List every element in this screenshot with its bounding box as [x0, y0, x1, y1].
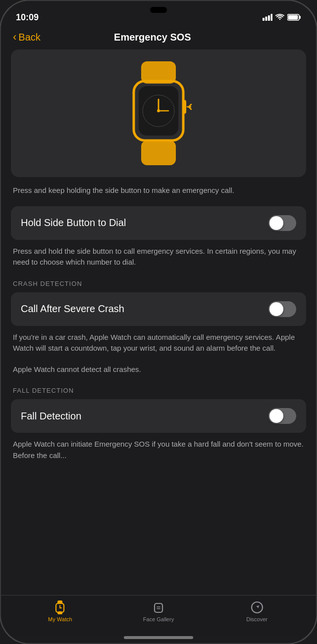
home-indicator	[124, 636, 193, 639]
phone-frame: 10:09	[0, 0, 317, 644]
discover-tab-label: Discover	[246, 616, 267, 622]
svg-rect-3	[271, 14, 273, 21]
battery-icon	[287, 14, 301, 21]
crash-detection-knob	[269, 302, 283, 316]
hold-side-button-label: Hold Side Button to Dial	[21, 217, 126, 229]
fall-detection-row: Fall Detection	[11, 399, 306, 433]
crash-detection-description2: Apple Watch cannot detect all crashes.	[11, 364, 306, 375]
dynamic-island	[150, 7, 167, 13]
nav-title: Emergency SOS	[114, 32, 191, 43]
watch-description: Press and keep holding the side button t…	[11, 185, 306, 196]
svg-rect-14	[141, 140, 176, 165]
phone-screen: 10:09	[1, 1, 316, 643]
tab-bar: My Watch Face Gallery	[1, 595, 316, 636]
hold-side-button-toggle[interactable]	[268, 215, 296, 231]
signal-icon	[263, 14, 272, 21]
watch-illustration-card	[11, 49, 306, 177]
crash-detection-toggle[interactable]	[268, 301, 296, 317]
status-time: 10:09	[16, 12, 39, 23]
back-chevron-icon: ‹	[13, 31, 16, 44]
hold-side-button-description: Press and hold the side button to call e…	[11, 246, 306, 268]
crash-detection-row: Call After Severe Crash	[11, 292, 306, 326]
crash-detection-description1: If you're in a car crash, Apple Watch ca…	[11, 332, 306, 354]
watch-diagram	[114, 61, 203, 165]
back-button[interactable]: ‹ Back	[13, 31, 41, 44]
fall-detection-toggle[interactable]	[268, 408, 296, 424]
discover-icon	[250, 600, 264, 614]
svg-rect-1	[265, 17, 267, 21]
crash-detection-label: Call After Severe Crash	[21, 303, 124, 315]
crash-detection-header: CRASH DETECTION	[13, 280, 304, 287]
svg-rect-19	[57, 611, 62, 614]
svg-rect-2	[268, 15, 270, 21]
tab-face-gallery[interactable]: Face Gallery	[139, 600, 178, 622]
svg-rect-0	[263, 18, 264, 21]
svg-marker-26	[256, 604, 260, 608]
svg-rect-5	[300, 16, 301, 19]
face-gallery-tab-label: Face Gallery	[143, 616, 174, 622]
hold-side-button-knob	[269, 216, 283, 230]
nav-bar: ‹ Back Emergency SOS	[1, 27, 316, 49]
tab-discover[interactable]: Discover	[237, 600, 277, 622]
fall-detection-knob	[269, 409, 283, 423]
fall-detection-label: Fall Detection	[21, 411, 81, 422]
svg-rect-6	[288, 15, 298, 20]
fall-detection-description: Apple Watch can initiate Emergency SOS i…	[11, 439, 306, 461]
my-watch-tab-label: My Watch	[48, 616, 72, 622]
main-content: Press and keep holding the side button t…	[1, 49, 316, 595]
svg-rect-22	[155, 603, 162, 612]
hold-side-button-row: Hold Side Button to Dial	[11, 206, 306, 240]
my-watch-icon	[53, 600, 67, 614]
face-gallery-icon	[152, 600, 165, 614]
svg-rect-15	[182, 100, 186, 114]
svg-point-13	[157, 109, 160, 112]
fall-detection-header: FALL DETECTION	[13, 387, 304, 394]
status-bar: 10:09	[1, 1, 316, 27]
wifi-icon	[275, 14, 284, 21]
tab-my-watch[interactable]: My Watch	[40, 600, 80, 622]
svg-point-25	[252, 602, 263, 613]
status-icons	[263, 14, 301, 21]
back-label: Back	[18, 32, 40, 43]
